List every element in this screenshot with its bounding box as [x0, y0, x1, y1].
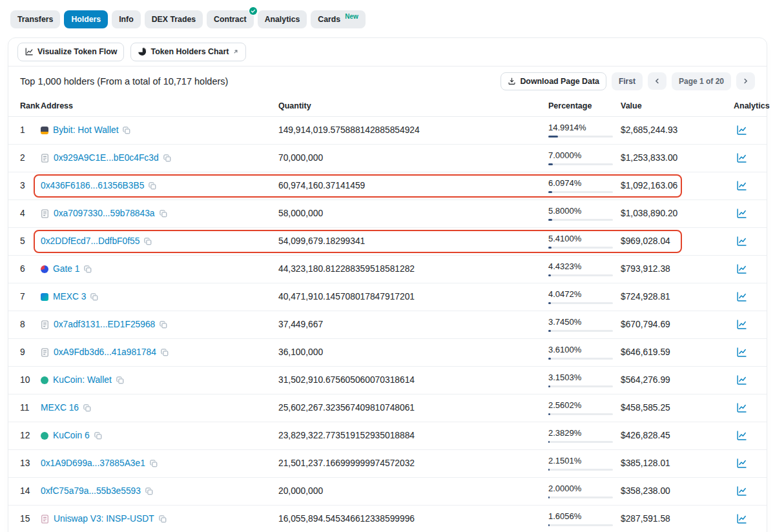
percentage-bar [548, 330, 613, 332]
percentage-cell: 6.0974% [548, 178, 621, 193]
header-quantity: Quantity [278, 101, 548, 110]
analytics-chart-icon[interactable] [736, 458, 747, 469]
percentage-bar-fill [548, 496, 550, 498]
token-holders-chart-button[interactable]: Token Holders Chart [130, 43, 246, 61]
prev-page-button[interactable] [648, 72, 666, 90]
address-link[interactable]: 0x7adf3131...ED1F25968 [54, 320, 155, 329]
visualize-token-flow-button[interactable]: Visualize Token Flow [17, 43, 124, 61]
copy-address-icon[interactable] [144, 238, 152, 245]
analytics-cell [734, 291, 755, 302]
tab-dex-trades[interactable]: DEX Trades [145, 10, 203, 28]
address-link[interactable]: Gate 1 [53, 264, 79, 274]
address-cell: KuCoin 6 [41, 431, 278, 440]
analytics-cell [734, 374, 755, 385]
copy-address-icon[interactable] [123, 127, 130, 134]
analytics-chart-icon[interactable] [736, 152, 747, 163]
copy-address-icon[interactable] [161, 349, 169, 356]
rank-cell: 3 [20, 181, 41, 190]
address-link[interactable]: MEXC 3 [53, 292, 86, 302]
copy-address-icon[interactable] [150, 460, 158, 467]
analytics-chart-icon[interactable] [736, 513, 747, 524]
percentage-cell: 4.0472% [548, 289, 621, 304]
analytics-chart-icon[interactable] [736, 236, 747, 247]
analytics-chart-icon[interactable] [736, 291, 747, 302]
address-link[interactable]: KuCoin: Wallet [53, 375, 112, 385]
address-link[interactable]: 0xa7097330...59b78843a [54, 209, 155, 218]
address-cell: 0x436F6186...61356B3B5 [41, 181, 278, 190]
address-link[interactable]: 0x436F6186...61356B3B5 [41, 181, 144, 190]
analytics-chart-icon[interactable] [736, 486, 747, 496]
gate-icon [41, 265, 48, 273]
copy-address-icon[interactable] [163, 154, 171, 162]
copy-address-icon[interactable] [160, 321, 167, 329]
address-link[interactable]: 0x929A9C1E...bE0c4Fc3d [54, 153, 159, 163]
next-page-button[interactable] [736, 72, 755, 90]
mexc-icon [41, 293, 48, 301]
analytics-chart-icon[interactable] [736, 208, 747, 219]
percentage-text: 4.4323% [548, 261, 621, 271]
address-link[interactable]: 0x1A9D699a...37885A3e1 [41, 458, 145, 468]
rank-cell: 2 [20, 153, 41, 163]
copy-address-icon[interactable] [159, 515, 167, 523]
analytics-chart-icon[interactable] [736, 319, 747, 330]
analytics-chart-icon[interactable] [736, 347, 747, 358]
analytics-cell [734, 513, 755, 524]
copy-address-icon[interactable] [94, 432, 102, 440]
analytics-chart-icon[interactable] [736, 125, 747, 136]
copy-address-icon[interactable] [83, 404, 91, 412]
analytics-chart-icon[interactable] [736, 180, 747, 191]
kucoin-icon [41, 376, 48, 384]
quantity-cell: 37,449,667 [278, 320, 548, 329]
analytics-cell [734, 430, 755, 441]
analytics-cell [734, 152, 755, 163]
percentage-bar-fill [548, 524, 550, 526]
copy-address-icon[interactable] [149, 182, 156, 190]
pagination: Download Page Data First Page 1 of 20 [501, 72, 755, 90]
copy-address-icon[interactable] [90, 293, 98, 301]
address-link[interactable]: KuCoin 6 [53, 431, 90, 440]
rank-cell: 10 [20, 375, 41, 385]
rank-cell: 11 [20, 403, 41, 413]
copy-address-icon[interactable] [160, 210, 167, 218]
analytics-cell [734, 125, 755, 136]
percentage-cell: 4.4323% [548, 261, 621, 276]
address-link[interactable]: 0xA9Fdb3d6...41a981784 [54, 347, 156, 357]
copy-address-icon[interactable] [84, 265, 92, 273]
percentage-bar [548, 302, 613, 304]
analytics-chart-icon[interactable] [736, 402, 747, 413]
address-cell: MEXC 16 [41, 403, 278, 413]
tab-cards[interactable]: Cards New [311, 10, 365, 28]
header-rank: Rank [20, 101, 41, 110]
address-link[interactable]: Bybit: Hot Wallet [53, 125, 118, 135]
tab-info[interactable]: Info [112, 10, 141, 28]
percentage-text: 2.5602% [548, 400, 621, 410]
percentage-text: 3.6100% [548, 345, 621, 354]
percentage-cell: 2.0000% [548, 484, 621, 498]
analytics-chart-icon[interactable] [736, 374, 747, 385]
percentage-bar-fill [548, 385, 550, 387]
tab-contract[interactable]: Contract [207, 10, 254, 28]
percentage-bar-fill [548, 247, 552, 249]
address-link[interactable]: MEXC 16 [41, 403, 79, 413]
percentage-cell: 2.5602% [548, 400, 621, 415]
percentage-bar [548, 358, 613, 360]
percentage-bar [548, 524, 613, 526]
analytics-chart-icon[interactable] [736, 263, 747, 274]
copy-address-icon[interactable] [145, 487, 153, 495]
first-page-button[interactable]: First [612, 72, 643, 90]
tab-holders[interactable]: Holders [64, 10, 108, 28]
percentage-bar-fill [548, 469, 550, 471]
address-link[interactable]: 0xfC75a79a...55b3e5593 [41, 486, 141, 496]
address-link[interactable]: Uniswap V3: INSP-USDT [54, 514, 154, 524]
tab-analytics[interactable]: Analytics [258, 10, 307, 28]
quantity-cell: 44,323,180.812288359518581282 [278, 264, 548, 274]
address-link[interactable]: 0x2DDfEcd7...DdfbF0f55 [41, 236, 140, 246]
tab-transfers[interactable]: Transfers [10, 10, 60, 28]
percentage-text: 3.7450% [548, 317, 621, 327]
percentage-bar-fill [548, 302, 551, 304]
download-page-data-button[interactable]: Download Page Data [501, 72, 606, 90]
table-row: 8 0x7adf3131...ED1F25968 37,449,667 3.74… [8, 311, 767, 339]
percentage-bar [548, 163, 613, 165]
copy-address-icon[interactable] [116, 376, 124, 384]
analytics-chart-icon[interactable] [736, 430, 747, 441]
